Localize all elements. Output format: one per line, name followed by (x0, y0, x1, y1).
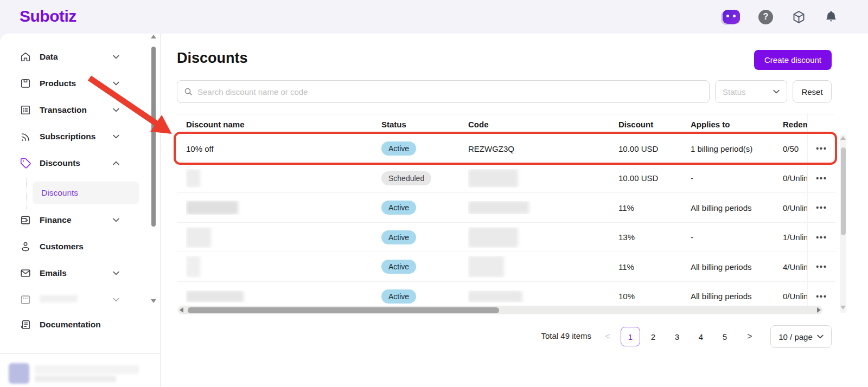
redacted-label (40, 295, 78, 302)
sidebar-scroll-area: Data Products Transaction (0, 34, 150, 307)
sidebar-item-transaction[interactable]: Transaction (20, 102, 119, 118)
pagination-next[interactable]: > (740, 327, 760, 346)
table-row[interactable]: Active 13% - 1/Unlimited ••• (177, 223, 835, 253)
discount-value: 11% (618, 203, 691, 212)
scroll-right-arrow[interactable] (817, 307, 821, 313)
notifications-bell-icon[interactable] (825, 10, 838, 24)
more-options-icon[interactable]: ••• (813, 231, 831, 244)
chevron-down-icon (773, 89, 780, 94)
status-badge: Active (381, 230, 416, 244)
table-row[interactable]: Active 11% All billing periods 4/Unlimit… (177, 252, 835, 282)
table-rows-viewport: 10% off Active REZWGZ3Q 10.00 USD 1 bill… (177, 134, 835, 306)
redacted-code (468, 256, 504, 278)
pagination-page-2[interactable]: 2 (643, 327, 663, 346)
scrollbar-thumb[interactable] (188, 307, 499, 313)
scroll-up-arrow[interactable] (151, 35, 156, 38)
sidebar-item-data[interactable]: Data (20, 49, 119, 65)
sidebar-scrollbar[interactable] (150, 35, 157, 307)
sidebar-item-clipped[interactable] (20, 292, 119, 307)
applies-to: - (691, 233, 783, 242)
pagination-page-3[interactable]: 3 (667, 327, 687, 346)
applies-to: All billing periods (691, 292, 783, 301)
column-discount: Discount (618, 120, 691, 129)
sidebar-item-products[interactable]: Products (20, 75, 119, 92)
scroll-down-arrow[interactable] (840, 306, 846, 309)
redacted-code (468, 227, 518, 248)
transaction-list-icon (20, 104, 31, 116)
sidebar-item-documentation[interactable]: Documentation (20, 317, 130, 333)
pagination-page-1[interactable]: 1 (621, 327, 640, 346)
table-vertical-scrollbar[interactable] (840, 134, 846, 313)
scrollbar-thumb[interactable] (151, 47, 156, 227)
column-applies-to: Applies to (691, 120, 783, 129)
documentation-icon (20, 319, 31, 331)
sidebar: Data Products Transaction (0, 34, 161, 387)
assistant-robot-icon[interactable] (723, 10, 740, 24)
scroll-left-arrow[interactable] (180, 307, 183, 313)
discounts-table: Discount name Status Code Discount Appli… (177, 114, 835, 306)
sidebar-item-discounts[interactable]: Discounts (20, 155, 119, 171)
table-header-row: Discount name Status Code Discount Appli… (177, 114, 835, 134)
chevron-down-icon (113, 81, 119, 86)
discount-value: 11% (618, 262, 691, 272)
chevron-down-icon (113, 298, 119, 302)
status-badge: Active (381, 260, 416, 274)
redemptions: 0/Unlimited (783, 292, 807, 301)
table-row[interactable]: Active 11% All billing periods 0/Unlimit… (177, 193, 835, 223)
applies-to: All billing periods (691, 203, 783, 212)
discount-value: 10.00 USD (618, 173, 691, 183)
user-profile[interactable] (0, 358, 161, 387)
redacted-profile-name (35, 365, 139, 374)
redacted-name (186, 169, 200, 188)
pagination-page-4[interactable]: 4 (691, 327, 711, 346)
invoice-icon (20, 294, 31, 306)
avatar (9, 363, 29, 384)
sidebar-item-finance[interactable]: Finance (20, 212, 119, 228)
brand-logo[interactable]: Subotiz (20, 7, 76, 25)
more-options-icon[interactable]: ••• (813, 142, 831, 155)
discount-value: 10.00 USD (618, 144, 691, 153)
main-content: Discounts Create discount Status Reset D… (161, 34, 868, 387)
column-actions (807, 114, 835, 134)
redacted-name (186, 291, 244, 302)
chevron-down-icon (113, 271, 119, 275)
more-options-icon[interactable]: ••• (813, 290, 831, 303)
scroll-down-arrow[interactable] (151, 299, 156, 303)
sidebar-item-subscriptions[interactable]: Subscriptions (20, 128, 119, 145)
more-options-icon[interactable]: ••• (813, 172, 831, 185)
user-icon (20, 241, 31, 253)
reset-button[interactable]: Reset (793, 80, 832, 103)
scrollbar-thumb[interactable] (841, 147, 846, 235)
sidebar-divider (0, 353, 161, 354)
pagination-prev[interactable]: < (599, 327, 616, 346)
table-row[interactable]: 10% off Active REZWGZ3Q 10.00 USD 1 bill… (177, 134, 835, 164)
scroll-up-arrow[interactable] (840, 136, 846, 140)
applies-to: 1 billing period(s) (691, 144, 783, 153)
pagination: Total 49 items < 1 2 3 4 5 > 10 / page (161, 325, 835, 348)
sidebar-item-customers[interactable]: Customers (20, 238, 119, 255)
rss-icon (20, 131, 31, 143)
sidebar-subitem-discounts-active[interactable]: Discounts (33, 182, 139, 204)
redemptions: 0/Unlimited (783, 173, 807, 183)
sidebar-item-emails[interactable]: Emails (20, 265, 119, 281)
discount-value: 13% (618, 233, 691, 242)
more-options-icon[interactable]: ••• (813, 260, 831, 273)
page-size-select[interactable]: 10 / page (770, 325, 832, 348)
table-row[interactable]: Active 10% All billing periods 0/Unlimit… (177, 282, 835, 307)
help-icon[interactable]: ? (758, 10, 773, 24)
table-horizontal-scrollbar[interactable] (178, 306, 822, 314)
search-input[interactable] (197, 87, 703, 96)
redacted-profile-email (35, 376, 116, 382)
pagination-page-5[interactable]: 5 (715, 327, 735, 346)
home-icon (20, 51, 31, 63)
page-title: Discounts (177, 50, 248, 67)
table-row[interactable]: Scheduled 10.00 USD - 0/Unlimited ••• (177, 164, 835, 194)
create-discount-button[interactable]: Create discount (754, 50, 832, 70)
column-code: Code (468, 120, 618, 129)
package-icon[interactable] (792, 10, 806, 24)
search-box[interactable] (177, 80, 710, 103)
discount-name: 10% off (186, 144, 381, 153)
column-redemptions: Redemptions (783, 120, 807, 129)
status-filter-select[interactable]: Status (715, 80, 787, 103)
more-options-icon[interactable]: ••• (813, 201, 831, 214)
